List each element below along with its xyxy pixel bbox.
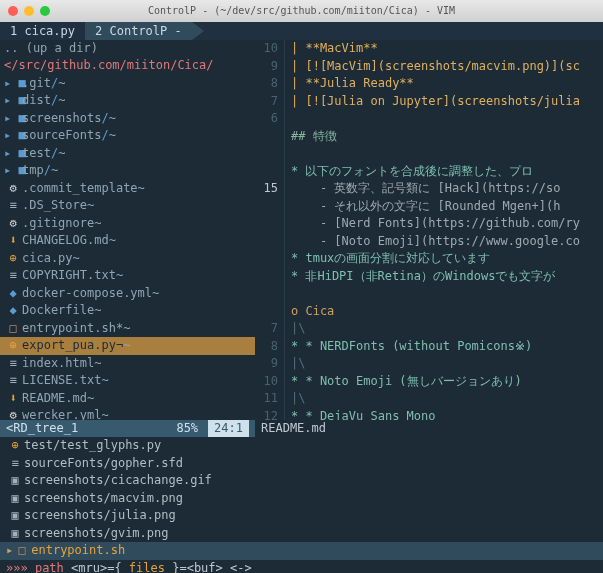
tree-item[interactable]: ≡ index.html~ (0, 355, 255, 373)
tree-item[interactable]: ▸ ■ tmp/~ (0, 162, 255, 180)
tree-item[interactable]: ▸ ■ dist/~ (0, 92, 255, 110)
tree-item[interactable]: ▸ ■ test/~ (0, 145, 255, 163)
python-icon: ⊕ (4, 250, 22, 267)
tree-item[interactable]: ⚙ wercker.yml~ (0, 407, 255, 420)
editor-statusline: README.md (255, 420, 603, 437)
editor-content[interactable]: | **MacVim**| [![MacVim](screenshots/mac… (285, 40, 603, 420)
shell-icon: □ (13, 542, 31, 559)
gear-icon: ⚙ (4, 180, 22, 197)
tree-item[interactable]: ⊕ export_pua.py¬~ (0, 337, 255, 355)
nerdtree-panel[interactable]: .. (up a dir) </src/github.com/miiton/Ci… (0, 40, 255, 420)
folder-icon: ▸ ■ (4, 75, 22, 92)
docker-icon: ◆ (4, 302, 22, 319)
tree-item[interactable]: □ entrypoint.sh*~ (0, 320, 255, 338)
tree-item[interactable]: ⬇ CHANGELOG.md~ (0, 232, 255, 250)
docker-icon: ◆ (4, 285, 22, 302)
markdown-icon: ⬇ (4, 390, 22, 407)
tree-item[interactable]: ▸ ■ screenshots/~ (0, 110, 255, 128)
window-titlebar: ControlP - (~/dev/src/github.com/miiton/… (0, 0, 603, 22)
ctrlp-item[interactable]: ▣ screenshots/julia.png (0, 507, 603, 525)
tree-item[interactable]: ◆ Dockerfile~ (0, 302, 255, 320)
ctrlp-item[interactable]: ▣ screenshots/cicachange.gif (0, 472, 603, 490)
main-split: .. (up a dir) </src/github.com/miiton/Ci… (0, 40, 603, 420)
image-icon: ▣ (6, 525, 24, 542)
gear-icon: ⚙ (4, 215, 22, 232)
gear-icon: ⚙ (4, 407, 22, 420)
tab-bar: 1 cica.py 2 ControlP - (0, 22, 603, 40)
ctrlp-item[interactable]: ▣ screenshots/macvim.png (0, 490, 603, 508)
ctrlp-item[interactable]: ⊕ test/test_glyphs.py (0, 437, 603, 455)
image-icon: ▣ (6, 490, 24, 507)
image-icon: ▣ (6, 507, 24, 524)
tree-item[interactable]: ≡ LICENSE.txt~ (0, 372, 255, 390)
tab-cica[interactable]: 1 cica.py (0, 22, 85, 40)
python-icon: ⊕ (4, 337, 22, 354)
file-icon: ≡ (6, 455, 24, 472)
ctrlp-statusline: »»» path <mru>={ files }=<buf> <-> (0, 560, 603, 574)
image-icon: ▣ (6, 472, 24, 489)
gutter: 10987615789101112 (255, 40, 285, 420)
tree-item[interactable]: ≡ COPYRIGHT.txt~ (0, 267, 255, 285)
tab-controlp[interactable]: 2 ControlP - (85, 22, 192, 40)
file-icon: ≡ (4, 372, 22, 389)
tree-item[interactable]: ▸ ■ .git/~ (0, 75, 255, 93)
ctrlp-item[interactable]: ▸ □ entrypoint.sh (0, 542, 603, 560)
folder-icon: ▸ ■ (4, 110, 22, 127)
python-icon: ⊕ (6, 437, 24, 454)
tree-updir[interactable]: .. (up a dir) (0, 40, 255, 57)
shell-icon: □ (4, 320, 22, 337)
file-icon: ≡ (4, 267, 22, 284)
tree-item[interactable]: ⬇ README.md~ (0, 390, 255, 408)
ctrlp-panel[interactable]: ⊕ test/test_glyphs.py ≡ sourceFonts/goph… (0, 437, 603, 573)
tree-item[interactable]: ▸ ■ sourceFonts/~ (0, 127, 255, 145)
tree-item[interactable]: ⚙ .gitignore~ (0, 215, 255, 233)
file-icon: ≡ (4, 355, 22, 372)
tree-item[interactable]: ⚙ .commit_template~ (0, 180, 255, 198)
ctrlp-item[interactable]: ≡ sourceFonts/gopher.sfd (0, 455, 603, 473)
window-title: ControlP - (~/dev/src/github.com/miiton/… (0, 4, 603, 19)
tree-item[interactable]: ⊕ cica.py~ (0, 250, 255, 268)
tree-statusline: <RD_tree_1 85% 24:1 (0, 420, 255, 437)
folder-icon: ▸ ■ (4, 162, 22, 179)
file-icon: ≡ (4, 197, 22, 214)
markdown-icon: ⬇ (4, 232, 22, 249)
folder-icon: ▸ ■ (4, 92, 22, 109)
tree-root: </src/github.com/miiton/Cica/ (0, 57, 255, 74)
tree-item[interactable]: ◆ docker-compose.yml~ (0, 285, 255, 303)
folder-icon: ▸ ■ (4, 145, 22, 162)
ctrlp-item[interactable]: ▣ screenshots/gvim.png (0, 525, 603, 543)
tree-item[interactable]: ≡ .DS_Store~ (0, 197, 255, 215)
editor-pane[interactable]: 10987615789101112 | **MacVim**| [![MacVi… (255, 40, 603, 420)
folder-icon: ▸ ■ (4, 127, 22, 144)
